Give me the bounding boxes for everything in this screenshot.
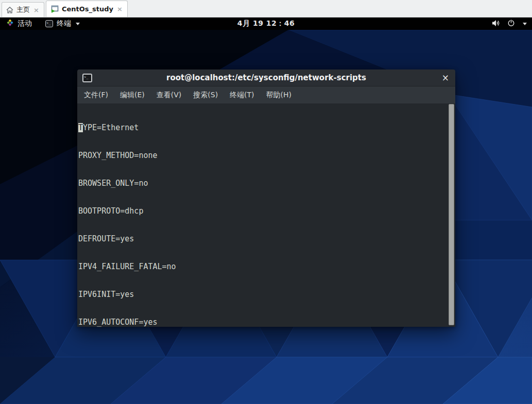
terminal-window-icon — [82, 74, 92, 82]
config-line: IPV6INIT=yes — [78, 290, 455, 299]
config-line: BOOTPROTO=dhcp — [78, 206, 455, 216]
menu-edit[interactable]: 编辑(E) — [116, 89, 148, 102]
terminal-app-icon — [45, 20, 53, 27]
terminal-title: root@localhost:/etc/sysconfig/network-sc… — [77, 73, 455, 82]
vm-console-icon — [50, 5, 59, 13]
config-line: PROXY_METHOD=none — [78, 151, 455, 160]
menu-terminal[interactable]: 终端(T) — [226, 89, 258, 102]
home-icon — [6, 7, 13, 13]
config-line: DEFROUTE=yes — [78, 234, 455, 243]
config-line: IPV6_AUTOCONF=yes — [78, 318, 455, 327]
vim-cursor: T — [78, 123, 83, 132]
gnome-top-bar: 活动 终端 4月 19 12：46 — [0, 17, 532, 30]
tab-home-label: 主页 — [16, 5, 30, 14]
terminal-titlebar[interactable]: root@localhost:/etc/sysconfig/network-sc… — [77, 69, 455, 86]
config-line: IPV4_FAILURE_FATAL=no — [78, 262, 455, 271]
tab-centos-label: CentOs_study — [62, 5, 113, 13]
power-icon — [507, 19, 515, 28]
volume-icon — [492, 20, 501, 28]
terminal-content-area[interactable]: TYPE=Ethernet PROXY_METHOD=none BROWSER_… — [77, 103, 455, 327]
close-icon[interactable]: × — [442, 74, 449, 82]
menu-view[interactable]: 查看(V) — [153, 89, 185, 102]
screen: 主页 × CentOs_study × — [0, 0, 532, 404]
chevron-down-icon — [523, 23, 527, 25]
scrollbar-thumb[interactable] — [449, 104, 454, 325]
tab-centos-study[interactable]: CentOs_study × — [46, 1, 128, 17]
tab-home[interactable]: 主页 × — [2, 2, 44, 17]
tab-centos-close-icon[interactable]: × — [116, 6, 123, 12]
config-line: TYPE=Ethernet — [78, 123, 455, 132]
terminal-menubar: 文件(F) 编辑(E) 查看(V) 搜索(S) 终端(T) 帮助(H) — [77, 86, 455, 103]
config-line: BROWSER_ONLY=no — [78, 179, 455, 188]
terminal-window: root@localhost:/etc/sysconfig/network-sc… — [77, 69, 455, 327]
menu-search[interactable]: 搜索(S) — [190, 89, 221, 102]
menu-file[interactable]: 文件(F) — [80, 89, 112, 102]
scrollbar[interactable] — [448, 103, 455, 327]
menu-help[interactable]: 帮助(H) — [263, 89, 295, 102]
vm-tab-strip: 主页 × CentOs_study × — [0, 0, 532, 17]
tab-home-close-icon[interactable]: × — [33, 7, 40, 13]
clock[interactable]: 4月 19 12：46 — [0, 19, 532, 28]
system-status-area[interactable] — [492, 17, 527, 30]
